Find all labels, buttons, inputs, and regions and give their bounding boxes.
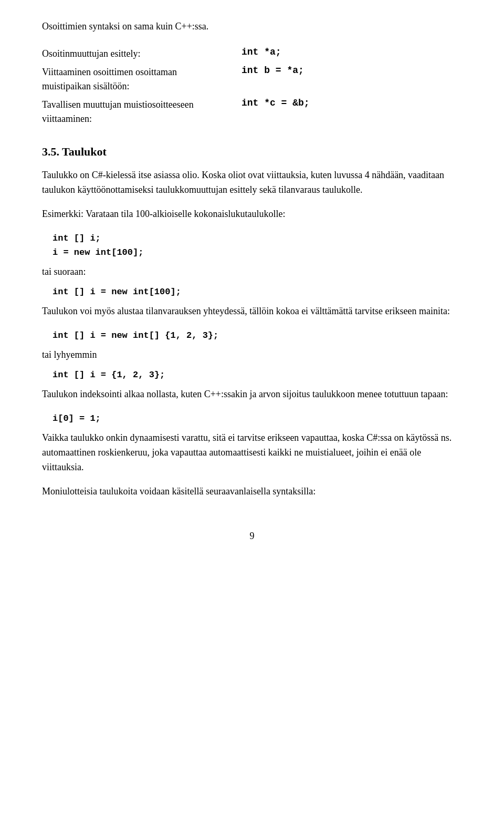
declaration-label: Osoitinmuuttujan esittely: bbox=[42, 47, 242, 61]
text4: Vaikka taulukko onkin dynaamisesti varat… bbox=[42, 431, 462, 475]
page-number: 9 bbox=[42, 531, 462, 542]
intro-line: Osoittimien syntaksi on sama kuin C++:ss… bbox=[42, 21, 462, 32]
tai-suoraan-label: tai suoraan: bbox=[42, 265, 462, 280]
code-block-1: int [] i; i = new int[100]; bbox=[52, 231, 462, 260]
deref-label-2: muistipaikan sisältöön: bbox=[42, 81, 130, 91]
pointer-section: Osoitinmuuttujan esittely: int *a; Viitt… bbox=[42, 47, 462, 126]
pointer-row-declaration: Osoitinmuuttujan esittely: int *a; bbox=[42, 47, 462, 61]
deref-label: Viittaaminen osoittimen osoittaman muist… bbox=[42, 65, 242, 94]
ref-label-2: viittaaminen: bbox=[42, 113, 92, 124]
pointer-row-deref: Viittaaminen osoittimen osoittaman muist… bbox=[42, 65, 462, 94]
code-block-3: int [] i = new int[] {1, 2, 3}; bbox=[52, 328, 462, 343]
text5: Moniulotteisia taulukoita voidaan käsite… bbox=[42, 484, 462, 499]
text3: Taulukon indeksointi alkaa nollasta, kut… bbox=[42, 387, 462, 402]
section-35: 3.5. Taulukot Taulukko on C#-kielessä it… bbox=[42, 145, 462, 499]
ref-label-1: Tavallisen muuttujan muistiosoitteeseen bbox=[42, 99, 194, 110]
text2: Taulukon voi myös alustaa tilanvarauksen… bbox=[42, 304, 462, 319]
pointer-row-ref: Tavallisen muuttujan muistiosoitteeseen … bbox=[42, 98, 462, 126]
tai-lyhyemmin-label: tai lyhyemmin bbox=[42, 348, 462, 363]
page-content: Osoittimien syntaksi on sama kuin C++:ss… bbox=[42, 21, 462, 542]
code-block-4: int [] i = {1, 2, 3}; bbox=[52, 368, 462, 382]
example-intro: Esimerkki: Varataan tila 100-alkioiselle… bbox=[42, 207, 462, 222]
code-block-2: int [] i = new int[100]; bbox=[52, 285, 462, 299]
declaration-code: int *a; bbox=[242, 47, 462, 57]
deref-code: int b = *a; bbox=[242, 65, 462, 76]
ref-code: int *c = &b; bbox=[242, 98, 462, 108]
ref-label: Tavallisen muuttujan muistiosoitteeseen … bbox=[42, 98, 242, 126]
section-35-heading: 3.5. Taulukot bbox=[42, 145, 462, 159]
code-block-5: i[0] = 1; bbox=[52, 411, 462, 426]
section-35-intro: Taulukko on C#-kielessä itse asiassa oli… bbox=[42, 168, 462, 198]
deref-label-1: Viittaaminen osoittimen osoittaman bbox=[42, 67, 177, 77]
